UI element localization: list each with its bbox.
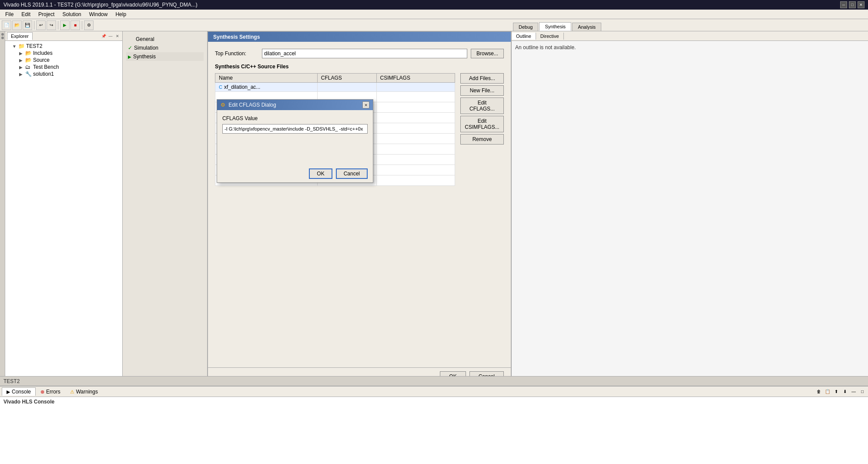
redo-button[interactable]: ↪ [47, 20, 56, 30]
cflags-value-label: CFLAGS Value [222, 115, 368, 121]
tree-arrow-testbench: ▶ [19, 65, 25, 70]
panel-controls: 📌 — ✕ [101, 33, 121, 39]
title-text: Vivado HLS 2019.1.1 - TEST2 (G:\lch\prg\… [3, 2, 198, 8]
maximize-button[interactable]: □ [849, 1, 856, 8]
nav-item-synthesis[interactable]: ▶ Synthesis [126, 52, 204, 61]
title-bar: Vivado HLS 2019.1.1 - TEST2 (G:\lch\prg\… [0, 0, 868, 10]
tree-item-includes[interactable]: ▶ 📂 Includes [5, 50, 122, 57]
stop-button[interactable]: ■ [70, 20, 80, 30]
console-minimize-button[interactable]: — [850, 388, 858, 396]
save-button[interactable]: 💾 [23, 20, 32, 30]
outline-tab[interactable]: Outline [512, 33, 536, 40]
file-icon: C [219, 84, 222, 90]
center-area: General ✓ Simulation ▶ Synthesis Synthes… [123, 31, 511, 386]
file-name-cell: C xf_dilation_ac... [215, 83, 318, 92]
testbench-icon: 🗂 [25, 64, 32, 70]
cflags-cancel-button[interactable]: Cancel [336, 168, 368, 179]
cflags-ok-button[interactable]: OK [309, 168, 332, 179]
sidebar-indicator-2 [1, 37, 4, 39]
console-maximize-button[interactable]: □ [858, 388, 866, 396]
menu-bar: File Edit Project Solution Window Help [0, 10, 868, 19]
cflags-title-bar: ⚙ Edit CFLAGS Dialog ✕ [217, 100, 373, 110]
tree-item-testbench[interactable]: ▶ 🗂 Test Bench [5, 64, 122, 71]
nav-item-simulation[interactable]: ✓ Simulation [126, 44, 204, 52]
nav-item-general[interactable]: General [126, 35, 204, 44]
errors-tab[interactable]: ⊗ Errors [36, 387, 65, 396]
sidebar-indicator [1, 33, 4, 36]
menu-file[interactable]: File [2, 10, 17, 18]
toolbar-sep-1 [34, 21, 34, 30]
add-files-button[interactable]: Add Files... [460, 73, 504, 84]
debug-tab[interactable]: Debug [513, 23, 538, 31]
close-button[interactable]: ✕ [858, 1, 865, 8]
edit-cflags-button[interactable]: Edit CFLAGS... [460, 98, 504, 114]
menu-solution[interactable]: Solution [59, 10, 84, 18]
table-row[interactable]: C xf_dilation_ac... [215, 83, 455, 92]
window-controls: ─ □ ✕ [840, 1, 865, 8]
menu-help[interactable]: Help [112, 10, 130, 18]
tree-arrow-solution1: ▶ [19, 72, 25, 77]
new-button[interactable]: 📄 [2, 20, 11, 30]
toolbar-sep-2 [58, 21, 58, 30]
tree-label-test2: TEST2 [26, 43, 42, 49]
console-scroll-top-button[interactable]: ⬆ [832, 388, 840, 396]
synthesis-tab-top[interactable]: Synthesis [539, 22, 571, 31]
console-scroll-bottom-button[interactable]: ⬇ [841, 388, 849, 396]
directive-tab[interactable]: Directive [536, 33, 564, 40]
console-tab[interactable]: ▶ Console [2, 387, 36, 396]
solution-nav-content: General ✓ Simulation ▶ Synthesis [123, 31, 207, 386]
file-csimflags-cell [376, 83, 455, 92]
tree-label-includes: Includes [33, 50, 53, 56]
analysis-tab[interactable]: Analysis [572, 23, 601, 31]
console-content: Vivado HLS Console [0, 397, 868, 464]
pin-button[interactable]: 📌 [101, 33, 107, 39]
simulation-check-icon: ✓ [128, 45, 132, 51]
source-files-title: Synthesis C/C++ Source Files [215, 64, 504, 70]
explorer-tab-bar: Explorer 📌 — ✕ [5, 31, 122, 41]
bottom-area: ▶ Console ⊗ Errors ⚠ Warnings 🗑 📋 ⬆ ⬇ — … [0, 386, 868, 464]
edit-csimflags-button[interactable]: Edit CSIMFLAGS... [460, 116, 504, 132]
tree-label-solution1: solution1 [33, 71, 54, 77]
cflags-title-icon: ⚙ [221, 102, 225, 108]
col-name: Name [215, 74, 318, 83]
cflags-body: CFLAGS Value [217, 110, 373, 165]
errors-tab-label: Errors [46, 389, 60, 395]
tree-item-solution1[interactable]: ▶ 🔧 solution1 [5, 71, 122, 77]
open-button[interactable]: 📂 [12, 20, 22, 30]
cflags-spacer [222, 134, 368, 160]
console-copy-button[interactable]: 📋 [824, 388, 831, 396]
close-panel-button[interactable]: ✕ [114, 33, 121, 39]
new-file-button[interactable]: New File... [460, 85, 504, 96]
synthesis-settings-dialog: Synthesis Settings Top Function: Browse.… [208, 31, 511, 386]
browse-button[interactable]: Browse... [471, 49, 504, 58]
menu-window[interactable]: Window [86, 10, 111, 18]
bottom-toolbar: 🗑 📋 ⬆ ⬇ — □ [815, 388, 866, 396]
explorer-tab[interactable]: Explorer [7, 32, 33, 40]
minimize-panel-button[interactable]: — [107, 33, 114, 39]
status-bar: TEST2 [0, 376, 868, 386]
console-tab-icon: ▶ [7, 389, 10, 395]
top-function-input[interactable] [262, 49, 467, 58]
settings-button[interactable]: ⚙ [84, 20, 94, 30]
tree-item-test2[interactable]: ▼ 📁 TEST2 [5, 43, 122, 50]
run-button[interactable]: ▶ [60, 20, 70, 30]
tree-label-source: Source [33, 57, 50, 63]
menu-edit[interactable]: Edit [18, 10, 34, 18]
right-panel: Outline Directive An outline is not avai… [511, 31, 868, 386]
table-header-row: Name CFLAGS CSIMFLAGS [215, 74, 455, 83]
cflags-value-input[interactable] [222, 124, 368, 134]
tree-item-source[interactable]: ▶ 📂 Source [5, 57, 122, 64]
remove-button[interactable]: Remove [460, 134, 504, 145]
warnings-tab[interactable]: ⚠ Warnings [65, 387, 103, 396]
solution-icon: 🔧 [25, 71, 32, 77]
minimize-button[interactable]: ─ [840, 1, 847, 8]
cflags-close-button[interactable]: ✕ [362, 101, 369, 108]
col-cflags: CFLAGS [317, 74, 376, 83]
console-clear-button[interactable]: 🗑 [815, 388, 823, 396]
undo-button[interactable]: ↩ [36, 20, 46, 30]
warnings-tab-icon: ⚠ [70, 389, 74, 395]
side-buttons: Add Files... New File... Edit CFLAGS... … [460, 73, 504, 189]
outline-message: An outline is not available. [515, 44, 576, 50]
menu-project[interactable]: Project [35, 10, 58, 18]
main-layout: Explorer 📌 — ✕ ▼ 📁 TEST2 ▶ 📂 Includes [0, 31, 868, 386]
